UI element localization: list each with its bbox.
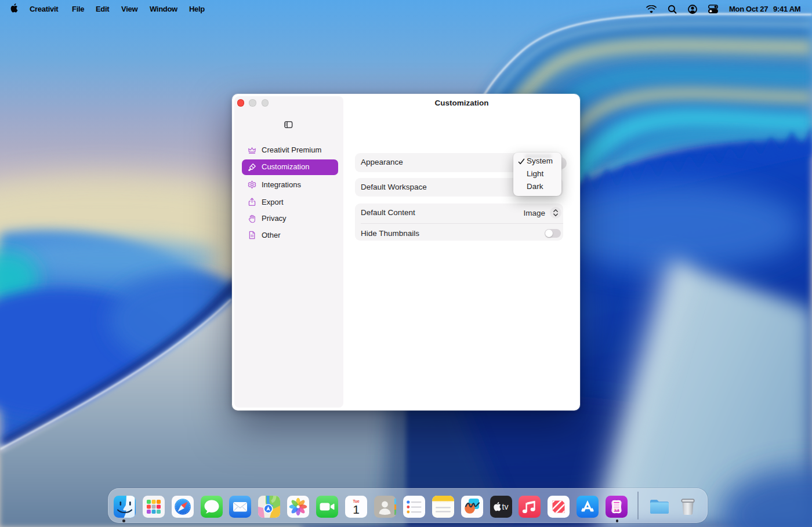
svg-text:tv: tv: [502, 502, 508, 511]
svg-text:1: 1: [353, 503, 360, 516]
